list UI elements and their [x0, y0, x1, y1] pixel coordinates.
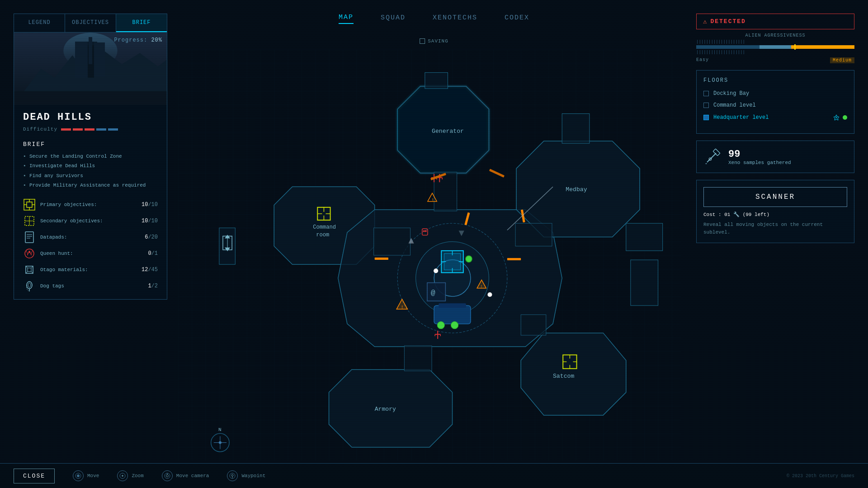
- svg-text:N: N: [218, 427, 222, 432]
- waypoint-label: Waypoint: [241, 473, 265, 479]
- svg-rect-23: [28, 268, 31, 272]
- tab-brief[interactable]: BRIEF: [116, 14, 167, 32]
- secondary-obj-row: Secondary objectives: 10/10: [23, 215, 158, 227]
- close-button[interactable]: CLOSE: [14, 469, 55, 483]
- primary-obj-label: Primary objectives:: [40, 202, 137, 207]
- xeno-label: Xeno samples gathered: [728, 160, 847, 165]
- saving-icon: [420, 38, 425, 44]
- svg-rect-67: [626, 223, 663, 251]
- map-area[interactable]: Generator Command room: [176, 50, 683, 461]
- svg-point-94: [423, 230, 425, 232]
- datapads-icon: [23, 231, 36, 244]
- left-tabs: LEGEND OBJECTIVES BRIEF: [14, 14, 167, 33]
- svg-point-60: [437, 322, 444, 329]
- svg-rect-108: [507, 258, 521, 260]
- svg-text:!: !: [480, 284, 482, 289]
- floor-command-level[interactable]: Command level: [703, 102, 847, 108]
- queen-hunt-count: 0/1: [148, 250, 158, 257]
- svg-text:room: room: [316, 232, 329, 238]
- secondary-obj-count: 10/10: [142, 218, 158, 224]
- right-panel: ⚠ DETECTED ALIEN AGRESSIVENESS |||||||||…: [696, 14, 854, 243]
- dogtags-icon: [23, 280, 36, 292]
- panel-content: DEAD HILLS Difficulty BRIEF Secure the L…: [14, 105, 167, 299]
- wrench-icon: 🔧: [733, 212, 743, 217]
- svg-point-95: [425, 230, 427, 232]
- alert-icon: ⚠: [703, 18, 707, 25]
- floors-panel: FLOORS Docking Bay Command level Headqua…: [696, 70, 854, 134]
- xeno-count: 99: [728, 149, 847, 160]
- svg-text:Medbay: Medbay: [566, 186, 587, 193]
- svg-rect-59: [439, 303, 466, 308]
- svg-marker-124: [705, 163, 707, 164]
- detected-text: DETECTED: [710, 18, 745, 25]
- primary-obj-icon: [23, 198, 36, 211]
- nav-codex[interactable]: CODEX: [505, 14, 529, 23]
- dogtags-count: 1/2: [148, 283, 158, 289]
- queen-hunt-row: Queen hunt: 0/1: [23, 247, 158, 260]
- floor-checkbox-1: [703, 91, 709, 96]
- svg-text:!: !: [431, 198, 434, 203]
- brief-list: Secure the Landing Control Zone Investig…: [23, 153, 158, 189]
- secondary-obj-icon: [23, 215, 36, 227]
- control-zoom: Zoom: [117, 470, 143, 481]
- mission-image: Progress: 20%: [14, 33, 167, 105]
- svg-rect-58: [434, 305, 471, 324]
- svg-point-132: [166, 475, 168, 477]
- tab-legend[interactable]: LEGEND: [14, 14, 65, 32]
- floor-docking-bay[interactable]: Docking Bay: [703, 90, 847, 97]
- svg-rect-3: [87, 42, 94, 78]
- saving-text: SAVING: [428, 38, 448, 44]
- brief-title: BRIEF: [23, 141, 158, 148]
- diff-bar-2: [73, 128, 83, 131]
- tab-objectives[interactable]: OBJECTIVES: [65, 14, 116, 32]
- move-icon: [73, 470, 84, 481]
- otago-icon: [23, 263, 36, 276]
- dogtags-row: Dog tags 1/2: [23, 280, 158, 292]
- floor-headquarter-level[interactable]: Headquarter level: [703, 114, 847, 121]
- svg-rect-79: [374, 228, 410, 255]
- svg-rect-34: [425, 73, 448, 89]
- map-svg: Generator Command room: [176, 50, 683, 461]
- zoom-icon: [117, 470, 128, 481]
- aggression-medium: Medium: [830, 57, 854, 63]
- floor-icons-3: [833, 114, 847, 121]
- svg-point-127: [77, 474, 80, 477]
- saving-indicator: SAVING: [420, 38, 448, 44]
- svg-line-122: [707, 153, 716, 162]
- svg-rect-8: [27, 202, 32, 207]
- svg-rect-66: [562, 114, 590, 144]
- diff-bar-5: [108, 128, 118, 131]
- floor-name-1: Docking Bay: [713, 90, 749, 97]
- svg-rect-43: [219, 228, 235, 264]
- primary-obj-count: 10/10: [142, 202, 158, 208]
- svg-rect-81: [404, 346, 432, 371]
- nav-map[interactable]: MAP: [339, 14, 354, 24]
- aggression-bar: [696, 45, 854, 49]
- svg-rect-68: [631, 260, 658, 305]
- difficulty-bars: [61, 128, 118, 131]
- scanner-button[interactable]: SCANNER: [703, 187, 847, 207]
- svg-rect-4: [84, 42, 97, 45]
- floor-name-2: Command level: [713, 102, 756, 108]
- nav-squad[interactable]: SQUAD: [381, 14, 406, 23]
- floor-name-3: Headquarter level: [713, 114, 769, 121]
- svg-rect-16: [25, 232, 33, 243]
- floor-checkbox-2: [703, 103, 709, 108]
- difficulty-row: Difficulty: [23, 127, 158, 132]
- scanner-panel: SCANNER Cost : 01 🔧 (99 left) Reveal all…: [696, 180, 854, 243]
- svg-text:!: !: [401, 305, 404, 310]
- svg-point-28: [27, 282, 32, 289]
- mission-title: DEAD HILLS: [23, 112, 158, 123]
- otago-label: Otago materials:: [40, 267, 137, 272]
- svg-point-101: [434, 268, 438, 273]
- svg-point-20: [25, 249, 34, 258]
- svg-point-61: [451, 322, 458, 329]
- nav-xenotechs[interactable]: XENOTECHS: [433, 14, 477, 23]
- aggression-label: ALIEN AGRESSIVENESS: [696, 33, 854, 38]
- aggression-easy: Easy: [696, 57, 709, 63]
- otago-row: Otago materials: 12/45: [23, 263, 158, 276]
- floor-dot-green: [843, 115, 847, 120]
- svg-point-120: [219, 441, 222, 444]
- aggression-levels: Easy Medium: [696, 57, 854, 63]
- control-camera: Move camera: [162, 470, 209, 481]
